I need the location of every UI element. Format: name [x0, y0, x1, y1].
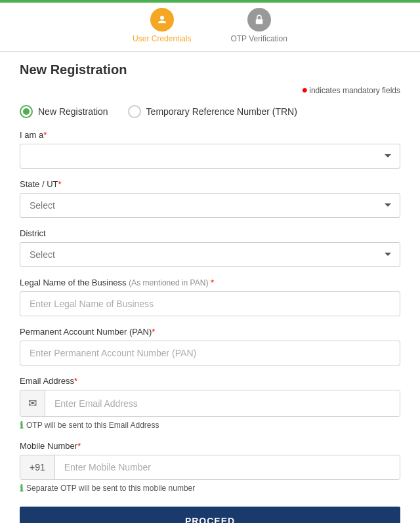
mobile-label: Mobile Number*	[20, 441, 400, 451]
proceed-btn-container: PROCEED	[20, 507, 400, 523]
email-mandatory: *	[74, 376, 77, 386]
step-label-1: User Credentials	[133, 34, 191, 43]
proceed-button[interactable]: PROCEED	[20, 507, 400, 523]
form-group-iam: I am a*	[20, 130, 400, 169]
mobile-info-icon: ℹ	[20, 483, 23, 493]
email-hint: ℹ OTP will be sent to this Email Address	[20, 420, 400, 430]
mobile-prefix: +91	[20, 455, 55, 479]
radio-group: New Registration Temporary Reference Num…	[20, 105, 400, 118]
email-icon: ✉	[20, 390, 45, 416]
mandatory-note: ●indicates mandatory fields	[20, 84, 400, 96]
legal-name-mandatory: *	[211, 278, 214, 287]
step-otp-verification: OTP Verification	[230, 8, 287, 43]
email-label: Email Address*	[20, 376, 400, 386]
radio-trn[interactable]: Temporary Reference Number (TRN)	[128, 105, 297, 118]
step-label-2: OTP Verification	[230, 34, 287, 43]
form-group-state: State / UT* Select	[20, 179, 400, 218]
pan-label: Permanent Account Number (PAN)*	[20, 327, 400, 337]
radio-new-registration[interactable]: New Registration	[20, 105, 108, 118]
form-group-email: Email Address* ✉ ℹ OTP will be sent to t…	[20, 376, 400, 430]
form-group-district: District Select	[20, 228, 400, 267]
mobile-input[interactable]	[55, 455, 400, 479]
main-content: New Registration ●indicates mandatory fi…	[0, 52, 420, 523]
iam-mandatory: *	[43, 130, 47, 140]
email-input-wrapper: ✉	[20, 390, 400, 417]
svg-point-0	[160, 16, 164, 20]
pan-input[interactable]	[20, 341, 400, 366]
form-group-pan: Permanent Account Number (PAN)*	[20, 327, 400, 366]
state-mandatory: *	[58, 179, 62, 189]
form-group-legal-name: Legal Name of the Business (As mentioned…	[20, 278, 400, 316]
iam-select[interactable]	[20, 144, 400, 169]
legal-name-input[interactable]	[20, 291, 400, 316]
pan-mandatory: *	[152, 327, 155, 337]
legal-name-note: (As mentioned in PAN)	[129, 278, 208, 287]
email-info-icon: ℹ	[20, 420, 23, 430]
district-select[interactable]: Select	[20, 242, 400, 267]
radio-label-new: New Registration	[38, 106, 108, 117]
step-user-credentials: User Credentials	[133, 8, 191, 43]
radio-circle-new	[20, 105, 33, 118]
radio-label-trn: Temporary Reference Number (TRN)	[146, 106, 297, 117]
mobile-hint: ℹ Separate OTP will be sent to this mobi…	[20, 483, 400, 493]
stepper: User Credentials OTP Verification	[0, 3, 420, 52]
state-select[interactable]: Select	[20, 193, 400, 218]
email-input[interactable]	[45, 390, 400, 416]
state-label: State / UT*	[20, 179, 400, 189]
mobile-mandatory: *	[77, 441, 81, 451]
radio-circle-trn	[128, 105, 141, 118]
legal-name-label: Legal Name of the Business (As mentioned…	[20, 278, 400, 287]
page-title: New Registration	[20, 62, 400, 77]
mandatory-dot: ●	[302, 84, 308, 95]
step-circle-2	[247, 8, 271, 31]
mandatory-note-text: indicates mandatory fields	[309, 86, 400, 95]
mobile-input-wrapper: +91	[20, 455, 400, 480]
svg-rect-1	[255, 19, 262, 24]
district-label: District	[20, 228, 400, 238]
form-group-mobile: Mobile Number* +91 ℹ Separate OTP will b…	[20, 441, 400, 493]
step-circle-1	[150, 8, 174, 31]
iam-label: I am a*	[20, 130, 400, 140]
